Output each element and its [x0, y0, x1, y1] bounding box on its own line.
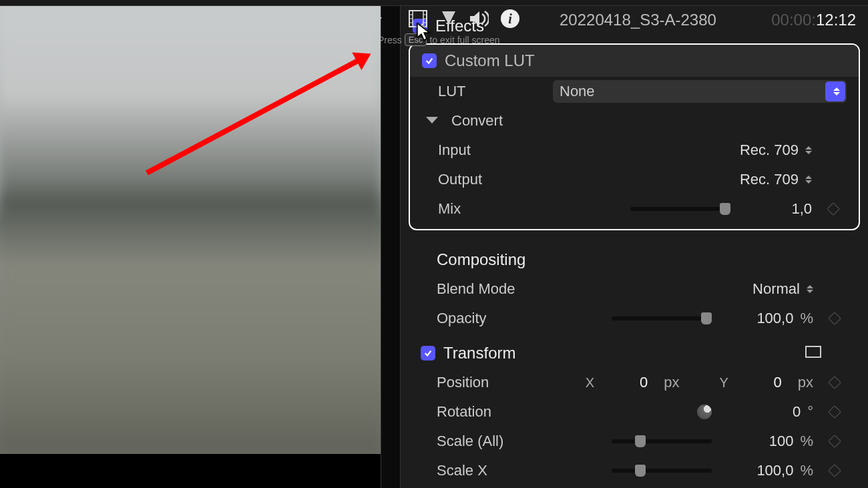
transform-checkbox[interactable]	[421, 346, 435, 360]
mix-label: Mix	[438, 200, 545, 218]
scale-all-unit: %	[800, 433, 813, 450]
rotation-label: Rotation	[437, 403, 544, 421]
output-select[interactable]: Rec. 709	[692, 171, 812, 188]
mix-slider[interactable]	[630, 207, 730, 211]
inspector-panel: Effects Custom LUT LUT None	[401, 6, 868, 488]
keyframe-icon[interactable]	[828, 464, 841, 477]
scale-x-label: Scale X	[437, 462, 544, 479]
x-axis-label: X	[586, 375, 594, 391]
play-triangle-icon[interactable]	[439, 10, 457, 27]
blend-mode-row: Blend Mode Normal	[409, 274, 860, 304]
lut-value: None	[560, 83, 595, 100]
blend-label: Blend Mode	[437, 280, 557, 298]
custom-lut-group: Custom LUT LUT None Convert In	[409, 43, 860, 230]
disclosure-triangle-icon[interactable]	[426, 117, 438, 124]
opacity-row: Opacity 100,0 %	[409, 304, 860, 333]
output-label: Output	[438, 171, 545, 188]
mix-row: Mix 1,0	[410, 194, 859, 224]
output-value: Rec. 709	[740, 171, 799, 188]
scale-all-value[interactable]: 100	[769, 433, 794, 450]
opacity-value[interactable]: 100,0	[756, 310, 793, 327]
convert-label: Convert	[451, 112, 503, 130]
position-y-value[interactable]: 0	[742, 374, 782, 391]
custom-lut-checkbox[interactable]	[422, 53, 437, 68]
mouse-cursor-icon	[417, 23, 431, 44]
position-x-value[interactable]: 0	[608, 374, 648, 391]
keyframe-icon[interactable]	[828, 312, 841, 325]
svg-marker-11	[417, 23, 429, 40]
blend-value: Normal	[752, 280, 800, 298]
y-unit: px	[798, 374, 813, 391]
transform-header[interactable]: Transform	[409, 338, 860, 368]
keyframe-icon[interactable]	[827, 202, 840, 216]
compositing-header[interactable]: Compositing	[409, 241, 860, 274]
scale-x-slider[interactable]	[612, 469, 712, 473]
rotation-value[interactable]: 0	[793, 403, 801, 421]
select-chevron-icon[interactable]	[825, 81, 845, 101]
lut-row: LUT None	[410, 77, 859, 106]
opacity-label: Opacity	[437, 310, 544, 327]
fullscreen-hint: Press Esc to exit full screen	[378, 33, 500, 46]
updown-icon	[805, 146, 812, 154]
rotation-dial[interactable]	[697, 405, 712, 419]
transform-onscreen-button[interactable]	[805, 344, 821, 362]
blend-select[interactable]: Normal	[693, 280, 813, 298]
lut-label: LUT	[438, 83, 545, 100]
updown-icon	[807, 285, 813, 293]
scale-x-value[interactable]: 100,0	[756, 462, 793, 479]
hint-post: to exit full screen	[429, 35, 499, 45]
custom-lut-title: Custom LUT	[445, 51, 535, 70]
y-axis-label: Y	[719, 375, 728, 391]
input-value: Rec. 709	[740, 142, 799, 159]
transform-title: Transform	[443, 344, 515, 362]
clip-name: 20220418_S3-A-2380	[560, 11, 716, 29]
viewer-canvas[interactable]	[0, 6, 381, 454]
keyframe-icon[interactable]	[828, 376, 841, 389]
timecode-frames: 12:12	[816, 11, 856, 29]
panel-divider[interactable]	[381, 6, 401, 488]
scale-x-unit: %	[800, 462, 813, 479]
svg-marker-10	[470, 11, 479, 26]
info-icon[interactable]: i	[501, 9, 519, 28]
input-label: Input	[438, 142, 545, 159]
speaker-icon[interactable]	[469, 10, 489, 27]
lut-select[interactable]: None	[553, 80, 847, 103]
position-label: Position	[437, 374, 544, 391]
keyframe-icon[interactable]	[828, 435, 841, 448]
scale-all-row: Scale (All) 100 %	[409, 427, 860, 456]
convert-row[interactable]: Convert	[410, 106, 859, 136]
timecode-hours: 00:00:	[771, 11, 816, 29]
hint-pre: Press	[378, 35, 402, 45]
position-row: Position X 0 px Y 0 px	[409, 368, 860, 397]
scale-all-slider[interactable]	[612, 439, 712, 443]
updown-icon	[805, 176, 812, 184]
input-row: Input Rec. 709	[410, 136, 859, 165]
rotation-unit: °	[807, 403, 813, 421]
opacity-slider[interactable]	[612, 316, 712, 320]
compositing-section: Compositing Blend Mode Normal Opacity	[409, 241, 860, 333]
compositing-title: Compositing	[437, 250, 525, 269]
svg-marker-9	[442, 11, 455, 25]
mix-value[interactable]: 1,0	[791, 200, 812, 218]
opacity-unit: %	[800, 310, 813, 327]
keyframe-icon[interactable]	[828, 405, 841, 419]
custom-lut-header[interactable]: Custom LUT	[410, 45, 859, 77]
timecode: 00:00:12:12	[771, 11, 856, 29]
transform-section: Transform Position X 0 px Y 0 px	[409, 338, 860, 485]
output-row: Output Rec. 709	[410, 165, 859, 194]
scale-all-label: Scale (All)	[437, 433, 544, 450]
input-select[interactable]: Rec. 709	[692, 142, 812, 159]
x-unit: px	[664, 374, 679, 391]
rotation-row: Rotation 0 °	[409, 397, 860, 427]
scale-x-row: Scale X 100,0 %	[409, 456, 860, 485]
top-toolbar: ge 47% View i 20220418_S3-A-2380 00:00:1…	[0, 0, 868, 6]
